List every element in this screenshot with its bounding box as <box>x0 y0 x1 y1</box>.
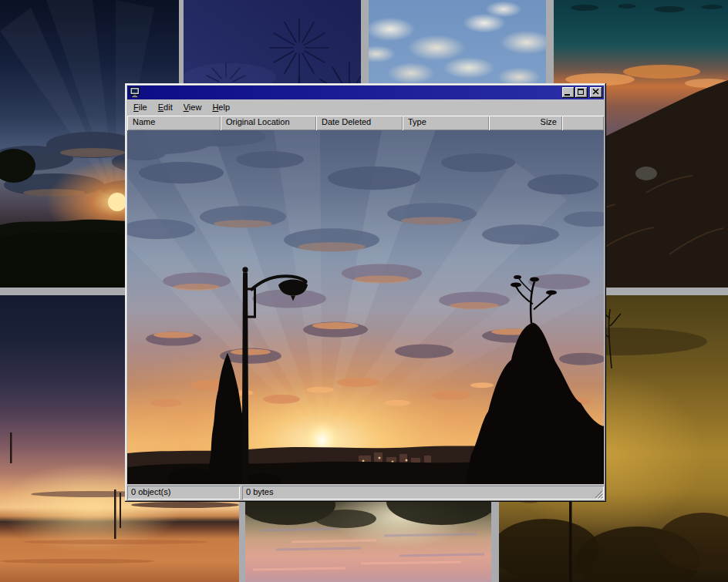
column-header-type[interactable]: Type <box>403 116 489 130</box>
menu-help[interactable]: Help <box>207 101 235 114</box>
menu-file[interactable]: File <box>128 101 153 114</box>
column-header-date-deleted[interactable]: Date Deleted <box>316 116 403 130</box>
menu-view[interactable]: View <box>178 101 207 114</box>
status-bytes: 0 bytes <box>242 486 604 500</box>
minimize-icon <box>565 94 570 96</box>
my-computer-icon <box>130 87 140 98</box>
menu-edit[interactable]: Edit <box>153 101 178 114</box>
column-header-row: Name Original Location Date Deleted Type… <box>127 116 604 130</box>
resize-grip[interactable] <box>594 489 603 499</box>
desktop: File Edit View Help Name Original Locati… <box>0 0 728 582</box>
status-bytes-label: 0 bytes <box>246 487 273 496</box>
status-objects: 0 object(s) <box>127 486 240 500</box>
title-bar[interactable] <box>127 86 604 99</box>
menu-bar: File Edit View Help <box>127 99 604 116</box>
status-bar: 0 object(s) 0 bytes <box>127 486 604 500</box>
close-button[interactable] <box>590 87 602 98</box>
minimize-button[interactable] <box>562 87 575 98</box>
window-content-photo[interactable] <box>127 130 604 484</box>
column-header-name[interactable]: Name <box>127 116 221 130</box>
column-header-blank[interactable] <box>562 116 604 130</box>
recycle-bin-window: File Edit View Help Name Original Locati… <box>125 83 606 502</box>
column-header-size[interactable]: Size <box>489 116 562 130</box>
close-icon <box>592 89 599 95</box>
maximize-icon <box>578 89 584 95</box>
maximize-button[interactable] <box>575 87 588 98</box>
column-header-original-location[interactable]: Original Location <box>221 116 316 130</box>
